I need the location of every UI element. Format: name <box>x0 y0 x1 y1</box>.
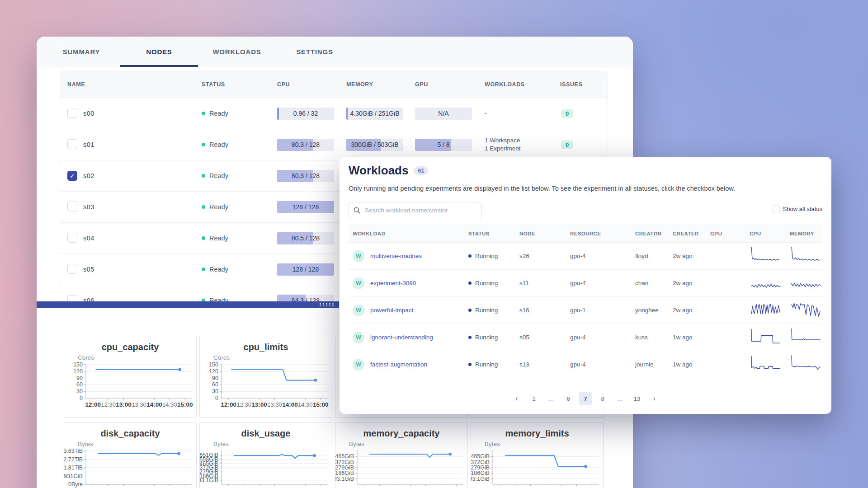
page-next-button[interactable]: › <box>647 392 661 405</box>
workload-name-link[interactable]: powerful-impact <box>370 307 413 314</box>
workload-created: 2w ago <box>673 253 710 259</box>
show-all-status-checkbox[interactable] <box>773 206 779 212</box>
wl-col-gpu: GPU <box>710 231 750 236</box>
workload-created: 2w ago <box>673 307 710 314</box>
chart-title: memory_capacity <box>335 428 467 439</box>
workload-cpu-spark <box>750 299 790 321</box>
row-checkbox[interactable] <box>67 202 77 211</box>
workload-name-link[interactable]: fastest-augmentation <box>370 361 427 368</box>
svg-text:13:30: 13:30 <box>132 401 146 408</box>
panel-resize-divider[interactable] <box>37 301 339 308</box>
col-issues: ISSUES <box>560 81 608 88</box>
svg-text:3.63TiB: 3.63TiB <box>64 449 83 454</box>
page-6-button[interactable]: 6 <box>561 392 575 405</box>
workload-memory-spark <box>790 245 822 267</box>
chart-disk_capacity: disk_capacity Bytes 3.63TiB2.72TiB1.81Ti… <box>64 422 197 488</box>
chart-unit-label: Bytes <box>485 441 603 449</box>
workload-cpu-spark <box>750 272 790 294</box>
workload-name-link[interactable]: multiverse-madnes <box>370 253 422 259</box>
workload-created: 1w ago <box>673 334 710 341</box>
page-prev-button[interactable]: ‹ <box>510 392 524 405</box>
col-cpu: CPU <box>277 81 346 88</box>
svg-text:93.1GiB: 93.1GiB <box>471 476 490 482</box>
svg-text:93.1GiB: 93.1GiB <box>200 477 218 483</box>
node-issues: 0 <box>560 109 608 118</box>
nodes-table-header: NAMESTATUSCPUMEMORYGPUWORKLOADSISSUES <box>60 71 608 98</box>
svg-text:0Byte: 0Byte <box>68 481 83 488</box>
workloads-table: WORKLOADSTATUSNODERESOURCECREATORCREATED… <box>349 225 822 378</box>
workload-node: s26 <box>519 253 570 259</box>
chart-title: memory_limits <box>471 428 603 439</box>
svg-text:13:30: 13:30 <box>267 401 282 408</box>
usage-pill: N/A <box>415 108 472 120</box>
tab-nodes[interactable]: NODES <box>120 37 198 67</box>
workload-name-link[interactable]: experiment-3090 <box>370 280 416 286</box>
col-status: STATUS <box>202 81 277 88</box>
workload-created: 2w ago <box>673 280 710 286</box>
workload-resource: gpu-4 <box>570 253 635 259</box>
sparkline-chart <box>750 353 782 374</box>
row-checkbox[interactable]: ✓ <box>67 171 77 181</box>
workload-avatar: W <box>353 359 364 371</box>
row-checkbox[interactable] <box>67 108 77 118</box>
workload-avatar: W <box>353 250 364 262</box>
usage-pill: 80.3 / 128 <box>277 170 334 182</box>
tab-summary[interactable]: SUMMARY <box>42 37 120 67</box>
usage-pill: 0.96 / 32 <box>277 108 334 120</box>
svg-text:30: 30 <box>76 388 83 394</box>
tab-workloads[interactable]: WORKLOADS <box>198 37 276 67</box>
node-name: s04 <box>83 235 202 242</box>
drag-handle-icon[interactable] <box>320 303 335 306</box>
workload-cpu-spark <box>750 353 790 375</box>
row-checkbox[interactable] <box>67 233 77 243</box>
wl-col-memory: MEMORY <box>790 231 822 236</box>
workload-avatar: W <box>353 277 364 289</box>
workload-row: W multiverse-madnes Running s26 gpu-4 fl… <box>349 243 822 270</box>
workload-creator: journie <box>635 361 673 368</box>
desktop-background: SUMMARYNODESWORKLOADSSETTINGS NAMESTATUS… <box>0 0 868 488</box>
sparkline-chart <box>750 326 782 347</box>
page-13-button[interactable]: 13 <box>630 392 644 405</box>
node-row-s00: s00 Ready 0.96 / 32 4.30GiB / 251GiB N/A… <box>60 98 608 129</box>
node-status: Ready <box>202 172 277 179</box>
chart-unit-label: Bytes <box>78 441 196 449</box>
chart-title: cpu_limits <box>200 342 332 353</box>
workload-cpu-spark <box>750 245 790 267</box>
svg-text:14:00: 14:00 <box>146 401 162 408</box>
page-8-button[interactable]: 8 <box>596 392 609 405</box>
svg-text:150: 150 <box>73 362 83 368</box>
wl-col-cpu: CPU <box>750 231 790 236</box>
status-dot-icon <box>202 143 205 146</box>
tab-settings[interactable]: SETTINGS <box>276 37 354 67</box>
running-dot-icon <box>468 282 472 285</box>
status-dot-icon <box>202 236 205 240</box>
running-dot-icon <box>468 309 472 312</box>
svg-text:12:00: 12:00 <box>221 401 237 408</box>
svg-text:14:30: 14:30 <box>162 401 177 408</box>
row-checkbox[interactable] <box>67 264 77 274</box>
chart-unit-label: Cores <box>213 354 332 362</box>
row-checkbox[interactable] <box>67 139 77 149</box>
running-dot-icon <box>468 336 472 339</box>
svg-text:90: 90 <box>76 375 83 381</box>
workload-node: s13 <box>519 361 570 368</box>
usage-pill: 5 / 8 <box>415 139 472 151</box>
svg-text:12:00: 12:00 <box>85 401 101 408</box>
status-dot-icon <box>202 112 205 115</box>
modal-titlebar: Workloads 61 <box>349 164 428 178</box>
search-input[interactable] <box>364 206 476 214</box>
workload-status: Running <box>468 334 519 341</box>
chart-memory_limits: memory_limits Bytes 465GiB372GiB279GiB18… <box>471 422 604 488</box>
workload-avatar: W <box>353 305 364 316</box>
page-7-button[interactable]: 7 <box>579 392 592 405</box>
workload-creator: floyd <box>635 253 673 259</box>
col-workloads: WORKLOADS <box>485 81 560 88</box>
workload-name-link[interactable]: ignorant-understanding <box>370 334 433 341</box>
sparkline-chart <box>750 245 782 266</box>
page-1-button[interactable]: 1 <box>527 392 541 405</box>
chart-unit-label: Bytes <box>349 441 467 449</box>
workload-status: Running <box>468 361 519 368</box>
page-ellipsis: … <box>613 392 627 405</box>
node-name: s00 <box>83 110 202 117</box>
workload-row: W experiment-3090 Running s11 gpu-4 chan… <box>349 270 822 297</box>
